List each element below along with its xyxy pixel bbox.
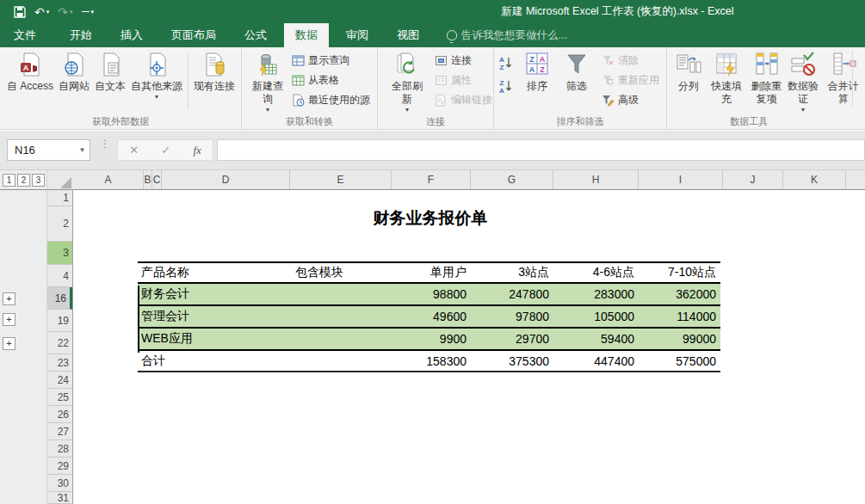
outline-expand-button-1[interactable]: + xyxy=(3,292,15,305)
row-header-31[interactable]: 31 xyxy=(47,492,72,504)
show-queries-button[interactable]: 显示查询 xyxy=(292,52,370,69)
row-header-19[interactable]: 19 xyxy=(47,310,72,332)
outline-expand-button-3[interactable]: + xyxy=(3,337,15,350)
tab-insert[interactable]: 插入 xyxy=(109,23,154,47)
row-header-22[interactable]: 22 xyxy=(47,332,72,354)
total-value-cell[interactable]: 375300 xyxy=(471,354,553,368)
tab-formulas[interactable]: 公式 xyxy=(233,23,278,47)
row-header-2[interactable]: 2 xyxy=(47,206,72,242)
tab-review[interactable]: 审阅 xyxy=(335,23,380,47)
row-name-cell[interactable]: WEB应用 xyxy=(138,331,290,347)
save-button[interactable] xyxy=(14,6,26,18)
advanced-filter-button[interactable]: 高级 xyxy=(602,92,659,108)
insert-function-icon[interactable]: fx xyxy=(193,144,201,157)
table-header-row[interactable]: 产品名称 包含模块 单用户 3站点 4-6站点 7-10站点 xyxy=(138,261,720,284)
tell-me-box[interactable]: 告诉我您想要做什么... xyxy=(447,23,567,47)
column-header-i[interactable]: I xyxy=(639,170,723,189)
header-product-name[interactable]: 产品名称 xyxy=(138,265,290,280)
remove-duplicates-button[interactable]: 删除重复项 xyxy=(748,49,784,113)
row-header-26[interactable]: 26 xyxy=(47,406,72,423)
flash-fill-button[interactable]: 快速填充 xyxy=(705,49,749,113)
new-query-button[interactable]: 新建查询 ▼ xyxy=(247,49,288,113)
new-query-dropdown-icon[interactable]: ▼ xyxy=(265,107,271,113)
sort-ascending-button[interactable]: AZ xyxy=(498,54,514,71)
refresh-all-dropdown-icon[interactable]: ▼ xyxy=(405,107,411,113)
value-cell[interactable]: 59400 xyxy=(553,332,639,346)
quotation-table[interactable]: 产品名称 包含模块 单用户 3站点 4-6站点 7-10站点 财务会计 9880… xyxy=(138,261,720,372)
sort-button[interactable]: ZAAZ 排序 xyxy=(517,49,557,113)
value-cell[interactable]: 29700 xyxy=(471,332,553,346)
outline-level-3-button[interactable]: 3 xyxy=(32,174,45,187)
data-validation-button[interactable]: 数据验证 ▼ xyxy=(785,49,821,113)
undo-button[interactable]: ↶▾ xyxy=(34,5,49,19)
value-cell[interactable]: 98800 xyxy=(392,287,471,301)
select-all-corner[interactable] xyxy=(47,170,73,190)
from-access-button[interactable]: A 自 Access xyxy=(4,49,56,113)
refresh-all-button[interactable]: 全部刷新 ▼ xyxy=(385,49,429,113)
column-header-g[interactable]: G xyxy=(471,170,553,189)
tab-home[interactable]: 开始 xyxy=(59,23,103,47)
row-header-16[interactable]: 16 xyxy=(47,287,72,310)
header-3-sites[interactable]: 3站点 xyxy=(471,265,553,280)
formula-bar-handle[interactable]: ⋮ xyxy=(100,141,110,147)
filter-button[interactable]: 筛选 xyxy=(557,49,596,113)
from-table-button[interactable]: 从表格 xyxy=(292,72,370,89)
value-cell[interactable]: 97800 xyxy=(471,310,553,323)
header-4-6-sites[interactable]: 4-6站点 xyxy=(553,265,639,280)
column-header-h[interactable]: H xyxy=(553,170,639,189)
text-to-columns-button[interactable]: 分列 xyxy=(672,49,705,113)
total-value-cell[interactable]: 447400 xyxy=(553,354,639,368)
column-header-k[interactable]: K xyxy=(783,170,846,189)
enter-icon[interactable]: ✓ xyxy=(161,144,170,157)
cell-area[interactable]: 财务业务报价单 产品名称 包含模块 单用户 3站点 4-6站点 7-10站点 财… xyxy=(73,190,865,504)
connections-button[interactable]: 连接 xyxy=(435,52,492,69)
from-web-button[interactable]: 自网站 xyxy=(56,49,92,113)
header-included-modules[interactable]: 包含模块 xyxy=(290,265,392,280)
row-header-4[interactable]: 4 xyxy=(47,265,72,287)
consolidate-button[interactable]: 合并计算 xyxy=(821,49,865,113)
table-row[interactable]: WEB应用 9900 29700 59400 99000 xyxy=(138,329,720,351)
from-other-sources-dropdown-icon[interactable]: ▼ xyxy=(154,94,160,100)
row-header-24[interactable]: 24 xyxy=(47,372,72,389)
row-header-27[interactable]: 27 xyxy=(47,423,72,440)
tab-file[interactable]: 文件 xyxy=(0,23,50,47)
tab-page-layout[interactable]: 页面布局 xyxy=(160,23,227,47)
value-cell[interactable]: 114000 xyxy=(639,310,720,323)
column-header-a[interactable]: A xyxy=(73,170,144,189)
recent-sources-button[interactable]: 最近使用的源 xyxy=(292,92,370,108)
name-box[interactable]: N16 ▼ xyxy=(7,139,90,161)
value-cell[interactable]: 362000 xyxy=(639,287,720,301)
outline-expand-button-2[interactable]: + xyxy=(3,313,15,326)
table-row[interactable]: 财务会计 98800 247800 283000 362000 xyxy=(138,284,720,306)
row-header-29[interactable]: 29 xyxy=(47,458,72,475)
column-header-b[interactable]: B xyxy=(144,170,152,189)
tab-data[interactable]: 数据 xyxy=(284,23,329,47)
tab-view[interactable]: 视图 xyxy=(386,23,430,47)
column-header-partial[interactable] xyxy=(846,170,865,189)
column-header-j[interactable]: J xyxy=(723,170,783,189)
formula-input[interactable] xyxy=(217,139,865,161)
row-header-1[interactable]: 1 xyxy=(47,190,72,206)
column-header-e[interactable]: E xyxy=(290,170,392,189)
from-text-button[interactable]: 自文本 xyxy=(92,49,128,113)
undo-dropdown-icon[interactable]: ▾ xyxy=(46,9,50,15)
data-validation-dropdown-icon[interactable]: ▼ xyxy=(800,107,806,113)
row-header-28[interactable]: 28 xyxy=(47,440,72,458)
table-total-row[interactable]: 合计 158300 375300 447400 575000 xyxy=(138,351,720,372)
value-cell[interactable]: 247800 xyxy=(471,287,553,301)
customize-qat-button[interactable]: ▾ xyxy=(82,9,95,15)
column-header-f[interactable]: F xyxy=(392,170,471,189)
row-name-cell[interactable]: 管理会计 xyxy=(138,309,290,324)
header-single-user[interactable]: 单用户 xyxy=(392,265,471,280)
existing-connections-button[interactable]: 现有连接 xyxy=(191,49,238,113)
name-box-dropdown-icon[interactable]: ▼ xyxy=(74,146,90,154)
cancel-icon[interactable]: ✕ xyxy=(129,144,139,157)
total-label-cell[interactable]: 合计 xyxy=(138,353,290,369)
row-name-cell[interactable]: 财务会计 xyxy=(138,286,290,302)
column-header-d[interactable]: D xyxy=(162,170,290,189)
row-header-30[interactable]: 30 xyxy=(47,475,72,492)
row-header-3[interactable]: 3 xyxy=(47,242,72,265)
outline-level-2-button[interactable]: 2 xyxy=(17,174,30,187)
outline-level-1-button[interactable]: 1 xyxy=(3,174,15,187)
value-cell[interactable]: 283000 xyxy=(553,287,639,301)
